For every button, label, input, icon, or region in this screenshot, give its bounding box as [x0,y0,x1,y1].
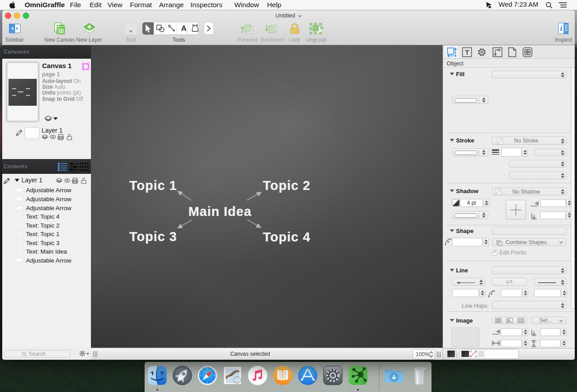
svg-text:i: i [560,24,562,33]
svg-text:T: T [465,48,469,56]
